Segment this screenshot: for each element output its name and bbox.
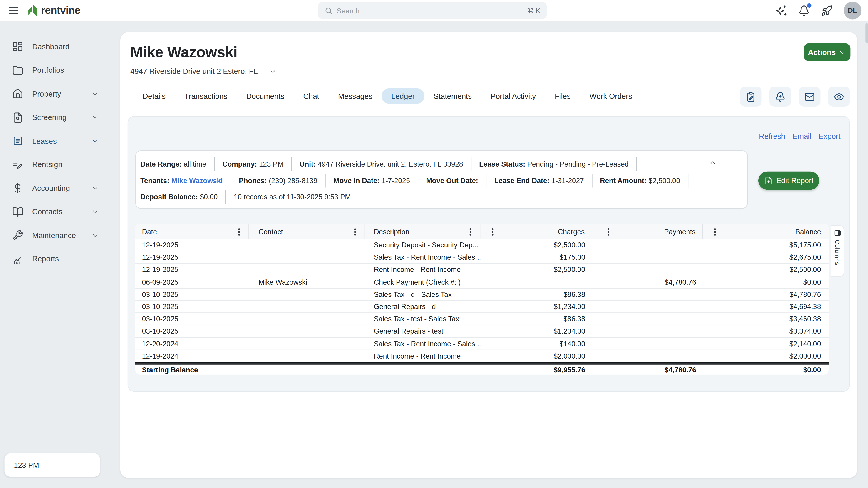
table-row[interactable]: 03-10-2025Sales Tax - test - Sales Tax$8… [135,313,829,325]
table-row[interactable]: 03-10-2025General Repairs - test$1,234.0… [135,325,829,338]
menu-icon[interactable] [7,4,20,17]
sidebar-item-leases[interactable]: Leases [0,129,119,153]
actions-button[interactable]: Actions [804,43,850,61]
table-row[interactable]: 12-20-2024Sales Tax - Rent Income - Sale… [135,338,829,350]
brand-name: rentvine [41,4,81,17]
brand-logo[interactable]: rentvine [27,4,81,17]
tab-details[interactable]: Details [133,88,175,103]
table-row[interactable]: 12-19-2025Sales Tax - Rent Income - Sale… [135,251,829,264]
email-link[interactable]: Email [793,132,811,141]
ledger-panel: Refresh Email Export Date Range: all tim… [128,116,850,392]
chevron-down-icon [92,90,99,98]
bell-plus-icon [775,91,785,102]
tab-transactions[interactable]: Transactions [175,88,237,103]
notification-badge [807,3,812,7]
table-row[interactable]: 12-19-2025Security Deposit - Security De… [135,239,829,251]
tabs: Details Transactions Documents Chat Mess… [133,88,642,104]
ai-sparkles-icon[interactable] [776,5,787,17]
col-header-contact[interactable]: Contact [249,223,365,239]
chevron-down-icon [92,232,99,239]
column-menu-icon[interactable] [238,228,240,236]
table-row[interactable]: 03-10-2025General Repairs - d$1,234.00$4… [135,301,829,313]
chevron-down-icon [269,67,277,75]
reminder-button[interactable] [769,87,791,106]
topbar-actions: DL [776,2,862,19]
sidebar-item-dashboard[interactable]: Dashboard [0,35,119,59]
table-row[interactable]: 06-09-2025Mike WazowskiCheck Payment (Ch… [135,276,829,288]
sidebar-item-reports[interactable]: Reports [0,247,119,271]
sidebar-item-portfolios[interactable]: Portfolios [0,59,119,82]
tab-documents[interactable]: Documents [237,88,294,103]
panel-links: Refresh Email Export [759,132,840,141]
search-icon [324,6,333,15]
tenant-link[interactable]: Mike Wazowski [172,176,223,185]
search-placeholder: Search [337,6,527,15]
col-header-charges[interactable]: Charges [480,223,596,239]
note-button[interactable] [740,87,762,106]
table-row[interactable]: 12-19-2024Rent Income - Rent Income$2,00… [135,350,829,362]
tab-portal-activity[interactable]: Portal Activity [481,88,545,103]
tab-work-orders[interactable]: Work Orders [580,88,642,103]
tab-files[interactable]: Files [545,88,580,103]
chevron-down-icon [92,114,99,121]
quick-buttons [740,87,850,106]
tab-chat[interactable]: Chat [294,88,329,103]
file-up-icon [764,177,773,185]
company-selector[interactable]: 123 PM [4,454,100,477]
rentvine-leaf-icon [27,4,39,17]
email-button[interactable] [799,87,820,106]
columns-toggle[interactable]: Columns [831,225,844,277]
sidebar-item-maintenance[interactable]: Maintenance [0,223,119,247]
sidebar-item-contacts[interactable]: Contacts [0,200,119,224]
avatar[interactable]: DL [844,2,861,19]
column-menu-icon[interactable] [714,228,716,236]
edit-report-button[interactable]: Edit Report [758,172,819,190]
sidebar-item-accounting[interactable]: Accounting [0,177,119,200]
columns-icon [834,229,841,237]
topbar: rentvine Search ⌘ K DL [0,0,868,21]
sidebar: Dashboard Portfolios Property Screening … [0,21,119,488]
summary-row-1: Date Range: all time Company: 123 PM Uni… [141,156,740,172]
ledger-table: Date Contact Description Charges Payment… [135,223,829,375]
column-menu-icon[interactable] [469,228,471,236]
collapse-icon[interactable] [709,159,717,166]
sidebar-item-property[interactable]: Property [0,82,119,105]
col-header-description[interactable]: Description [365,223,480,239]
clipboard-pen-icon [746,91,756,102]
summary-row-2: Tenants: Mike Wazowski Phones: (239) 285… [141,172,740,189]
report-summary: Date Range: all time Company: 123 PM Uni… [135,150,748,209]
table-row[interactable]: 12-19-2025Rent Income - Rent Income$2,50… [135,264,829,276]
search-shortcut: ⌘ K [527,6,540,15]
summary-row-3: Deposit Balance: $0.00 10 records as of … [141,189,740,205]
main-card: Mike Wazowski 4947 Riverside Drive unit … [120,32,857,478]
col-header-balance[interactable]: Balance [703,223,829,239]
tab-messages[interactable]: Messages [329,88,382,103]
export-link[interactable]: Export [818,132,840,141]
chevron-down-icon [92,208,99,216]
col-header-date[interactable]: Date [135,223,249,239]
refresh-link[interactable]: Refresh [759,132,785,141]
watch-button[interactable] [828,87,850,106]
tab-statements[interactable]: Statements [424,88,481,103]
column-menu-icon[interactable] [354,228,356,236]
tab-ledger[interactable]: Ledger [382,88,424,103]
property-address[interactable]: 4947 Riverside Drive unit 2 Estero, FL [130,67,277,75]
scrollbar-thumb[interactable] [865,23,868,43]
app: rentvine Search ⌘ K DL Dashboard [0,0,868,488]
chevron-down-icon [839,49,846,56]
chevron-down-icon [92,138,99,145]
column-menu-icon[interactable] [608,228,610,236]
col-header-payments[interactable]: Payments [596,223,703,239]
sidebar-item-screening[interactable]: Screening [0,105,119,129]
table-footer: Starting Balance $9,955.76 $4,780.76 $0.… [135,364,829,375]
totals-divider [135,362,829,365]
sidebar-item-rentsign[interactable]: Rentsign [0,153,119,177]
notifications-bell-icon[interactable] [798,5,810,17]
mail-icon [804,91,815,102]
search-input[interactable]: Search ⌘ K [318,2,547,19]
rocket-icon[interactable] [821,5,833,17]
chevron-down-icon [92,185,99,192]
page-title: Mike Wazowski [130,44,237,61]
table-row[interactable]: 03-10-2025Sales Tax - d - Sales Tax$86.3… [135,288,829,301]
column-menu-icon[interactable] [492,228,494,236]
